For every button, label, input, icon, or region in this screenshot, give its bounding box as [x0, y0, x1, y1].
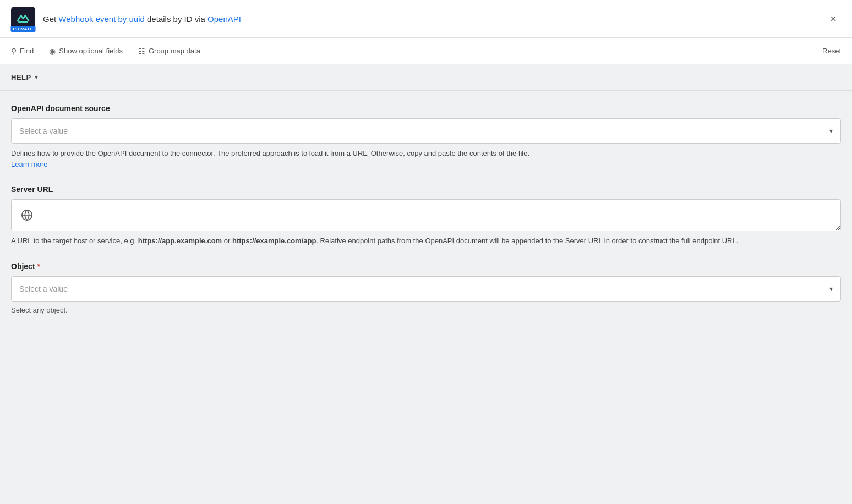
- title-prefix: Get: [43, 14, 58, 24]
- openapi-source-select-wrapper: Select a value ▾: [11, 118, 841, 144]
- server-url-description: A URL to the target host or service, e.g…: [11, 235, 841, 246]
- show-optional-label: Show optional fields: [59, 47, 123, 55]
- title-link-webhook[interactable]: Webhook event by uuid: [58, 14, 145, 24]
- server-url-group: Server URL A URL to the target host or s…: [11, 185, 841, 246]
- find-button[interactable]: ⚲ Find: [11, 38, 41, 64]
- show-optional-button[interactable]: ◉ Show optional fields: [41, 38, 130, 64]
- server-url-desc-plain: A URL to the target host or service, e.g…: [11, 237, 138, 245]
- server-url-example2: https://example.com/app: [232, 237, 316, 245]
- main-content: HELP ▾ OpenAPI document source Select a …: [0, 64, 852, 504]
- server-url-example1: https://app.example.com: [138, 237, 222, 245]
- object-description: Select any object.: [11, 306, 841, 314]
- help-label: HELP: [11, 73, 31, 81]
- bars-icon: ☷: [138, 47, 145, 56]
- find-label: Find: [20, 47, 34, 55]
- group-map-label: Group map data: [149, 47, 200, 55]
- required-indicator: *: [37, 262, 40, 271]
- logo-badge: PRIVATE: [11, 26, 36, 32]
- object-group: Object * Select a value ▾ Select any obj…: [11, 262, 841, 314]
- group-map-button[interactable]: ☷ Group map data: [130, 38, 208, 64]
- server-url-input[interactable]: [42, 200, 840, 231]
- learn-more-link[interactable]: Learn more: [11, 160, 47, 168]
- object-label-text: Object: [11, 262, 35, 271]
- openapi-source-desc-text: Defines how to provide the OpenAPI docum…: [11, 149, 529, 157]
- openapi-source-group: OpenAPI document source Select a value ▾…: [11, 104, 841, 169]
- object-label: Object *: [11, 262, 841, 271]
- reset-button[interactable]: Reset: [822, 47, 841, 55]
- globe-icon: [21, 209, 33, 221]
- help-section: HELP ▾: [0, 64, 852, 91]
- server-url-desc-end: . Relative endpoint paths from the OpenA…: [316, 237, 738, 245]
- eye-icon: ◉: [49, 47, 56, 56]
- openapi-source-label: OpenAPI document source: [11, 104, 841, 113]
- form-area: OpenAPI document source Select a value ▾…: [0, 91, 852, 343]
- server-url-desc-or: or: [222, 237, 232, 245]
- globe-icon-container: [12, 200, 42, 231]
- toolbar: ⚲ Find ◉ Show optional fields ☷ Group ma…: [0, 38, 852, 64]
- object-select[interactable]: Select a value: [12, 277, 840, 301]
- header-title: Get Webhook event by uuid details by ID …: [43, 14, 826, 24]
- close-button[interactable]: ×: [826, 10, 841, 28]
- title-link-openapi[interactable]: OpenAPI: [207, 14, 241, 24]
- header: PRIVATE Get Webhook event by uuid detail…: [0, 0, 852, 38]
- server-url-wrapper: [11, 199, 841, 231]
- server-url-label: Server URL: [11, 185, 841, 194]
- chevron-down-icon: ▾: [35, 74, 39, 81]
- openapi-source-select[interactable]: Select a value: [12, 119, 840, 143]
- help-toggle-button[interactable]: HELP ▾: [11, 73, 38, 81]
- object-select-wrapper: Select a value ▾: [11, 276, 841, 302]
- title-middle: details by ID via: [145, 14, 207, 24]
- app-logo: PRIVATE: [11, 7, 35, 31]
- search-icon: ⚲: [11, 47, 17, 56]
- openapi-source-description: Defines how to provide the OpenAPI docum…: [11, 148, 841, 169]
